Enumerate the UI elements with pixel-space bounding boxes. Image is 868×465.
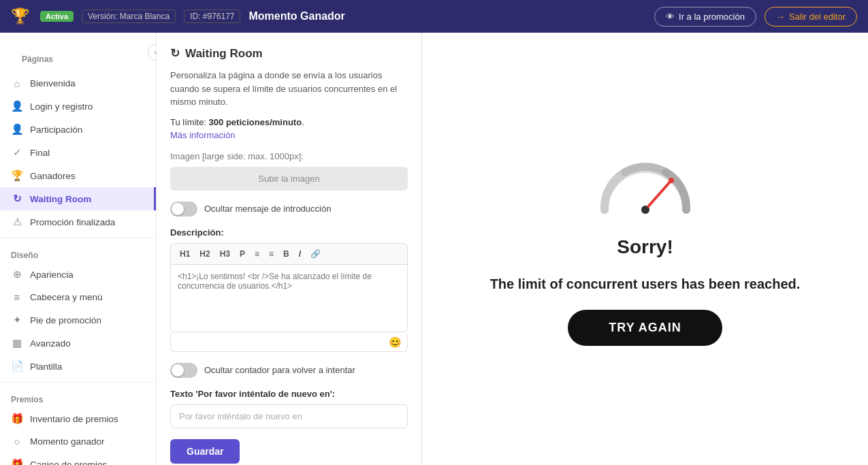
- app-title: Momento Ganador: [248, 10, 646, 22]
- sidebar-collapse-button[interactable]: ‹: [148, 44, 157, 61]
- sidebar-item-login[interactable]: 👤 Login y registro: [0, 95, 156, 118]
- toolbar-p[interactable]: P: [236, 248, 248, 260]
- topbar: 🏆 Activa Versión: Marca Blanca ID: #9761…: [0, 0, 868, 33]
- trophy-icon: 🏆: [11, 7, 29, 25]
- eye-icon: 👁: [666, 12, 675, 22]
- waiting-room-title-icon: ↻: [170, 46, 180, 61]
- sidebar-item-momento-ganador[interactable]: ○ Momento ganador: [0, 430, 156, 453]
- emoji-button[interactable]: 😊: [389, 336, 402, 349]
- sidebar-divider-1: [0, 238, 156, 238]
- sidebar-item-waiting-room[interactable]: ↻ Waiting Room: [0, 187, 156, 210]
- sidebar-design-header: Diseño: [0, 242, 156, 263]
- sidebar-pages-header: Páginas ‹: [0, 33, 156, 72]
- sidebar-label: Login y registro: [30, 101, 93, 112]
- svg-line-2: [645, 180, 671, 210]
- more-info-link[interactable]: Más información: [170, 130, 408, 140]
- section-premios-title: Premios: [11, 395, 43, 404]
- main-content: ↻ Waiting Room Personaliza la página a d…: [157, 33, 868, 465]
- editor-panel: ↻ Waiting Room Personaliza la página a d…: [157, 33, 422, 465]
- section-design-title: Diseño: [11, 251, 38, 260]
- preview-limit-text: The limit of concurrent users has been r…: [490, 274, 801, 293]
- menu-icon: ≡: [11, 291, 23, 303]
- retry-text-label: Texto 'Por favor inténtalo de nuevo en':: [170, 389, 408, 399]
- sidebar-label: Plantilla: [30, 362, 62, 372]
- sidebar-item-pie[interactable]: ✦ Pie de promoción: [0, 308, 156, 332]
- badge-activa: Activa: [40, 11, 74, 22]
- upload-image-button[interactable]: Subir la imagen: [170, 167, 408, 191]
- toolbar-ol[interactable]: ≡: [266, 248, 277, 260]
- toggle-row-2: Ocultar contador para volver a intentar: [170, 363, 408, 378]
- warning-icon: ⚠: [11, 216, 23, 228]
- circle-icon: ○: [11, 436, 23, 447]
- toggle-row-1: Ocultar mensaje de introducción: [170, 202, 408, 217]
- sidebar-item-wrapper-bienvenida: ⌂ Bienvenida: [0, 72, 156, 95]
- trophy-icon: 🏆: [11, 170, 23, 182]
- editor-panel-title: ↻ Waiting Room: [170, 46, 408, 61]
- sidebar-item-avanzado[interactable]: ▦ Avanzado: [0, 332, 156, 355]
- sidebar: Páginas ‹ ⌂ Bienvenida 👤 Login y registr…: [0, 33, 157, 465]
- sidebar-item-plantilla[interactable]: 📄 Plantilla: [0, 355, 156, 378]
- go-to-promotion-button[interactable]: 👁 Ir a la promoción: [654, 7, 756, 27]
- toolbar-link[interactable]: 🔗: [307, 248, 324, 260]
- toolbar-h3[interactable]: H3: [216, 248, 234, 260]
- toolbar-italic[interactable]: I: [295, 248, 304, 260]
- toggle-label-2: Ocultar contador para volver a intentar: [204, 365, 355, 375]
- retry-text-input[interactable]: [170, 404, 408, 428]
- toggle-hide-intro[interactable]: [170, 202, 197, 217]
- sidebar-label: Apariencia: [30, 270, 74, 280]
- gift2-icon: 🎁: [11, 458, 23, 465]
- check-icon: ✓: [11, 146, 23, 159]
- sidebar-label: Pie de promoción: [30, 315, 101, 325]
- waiting-room-icon: ↻: [11, 193, 23, 205]
- sidebar-label: Participación: [30, 125, 82, 135]
- sidebar-item-apariencia[interactable]: ⊕ Apariencia: [0, 263, 156, 286]
- toolbar-h2[interactable]: H2: [196, 248, 213, 260]
- description-label: Descripción:: [170, 227, 408, 238]
- try-again-button[interactable]: TRY AGAIN: [568, 310, 722, 346]
- sidebar-label: Promoción finalizada: [30, 217, 115, 227]
- sidebar-item-canjeo[interactable]: 🎁 Canjeo de premios: [0, 453, 156, 465]
- image-label: Imagen [large side: max. 1000px]:: [170, 151, 408, 161]
- user-icon: 👤: [11, 123, 23, 135]
- editor-limit-text: Tu límite: 300 peticiones/minuto.: [170, 117, 408, 127]
- sidebar-item-inventario[interactable]: 🎁 Inventario de premios: [0, 407, 156, 430]
- sidebar-label: Inventario de premios: [30, 414, 118, 424]
- preview-panel: Sorry! The limit of concurrent users has…: [422, 33, 868, 465]
- sidebar-item-cabecera[interactable]: ≡ Cabecera y menú: [0, 286, 156, 308]
- sidebar-item-final[interactable]: ✓ Final: [0, 141, 156, 164]
- user-icon: 👤: [11, 100, 23, 112]
- toolbar-h1[interactable]: H1: [176, 248, 193, 260]
- toggle-hide-counter[interactable]: [170, 363, 197, 378]
- template-icon: 📄: [11, 360, 23, 372]
- sidebar-item-promocion-finalizada[interactable]: ⚠ Promoción finalizada: [0, 210, 156, 234]
- editor-description: Personaliza la página a donde se envía a…: [170, 69, 408, 109]
- sidebar-label: Waiting Room: [30, 194, 91, 204]
- sidebar-item-participacion[interactable]: 👤 Participación: [0, 118, 156, 141]
- sidebar-item-bienvenida[interactable]: ⌂ Bienvenida: [0, 72, 156, 95]
- sidebar-label: Canjeo de premios: [30, 460, 107, 466]
- rich-text-toolbar: H1 H2 H3 P ≡ ≡ B I 🔗: [170, 243, 408, 264]
- sidebar-premios-header: Premios: [0, 387, 156, 407]
- app-layout: Páginas ‹ ⌂ Bienvenida 👤 Login y registr…: [0, 33, 868, 465]
- exit-icon: →: [776, 12, 785, 22]
- pie-icon: ✦: [11, 314, 23, 326]
- svg-point-4: [642, 206, 649, 213]
- toolbar-bold[interactable]: B: [280, 248, 293, 260]
- sidebar-label: Final: [30, 148, 50, 158]
- speedometer-graphic: [591, 152, 700, 220]
- sidebar-label: Momento ganador: [30, 436, 105, 447]
- exit-editor-button[interactable]: → Salir del editor: [765, 7, 857, 27]
- sidebar-label: Bienvenida: [30, 78, 76, 89]
- svg-point-3: [669, 178, 674, 183]
- badge-id: ID: #976177: [184, 10, 240, 23]
- gift-icon: 🎁: [11, 413, 23, 425]
- sidebar-label: Avanzado: [30, 338, 71, 349]
- home-icon: ⌂: [11, 78, 23, 89]
- sidebar-item-ganadores[interactable]: 🏆 Ganadores: [0, 164, 156, 187]
- appearance-icon: ⊕: [11, 268, 23, 280]
- save-button[interactable]: Guardar: [170, 439, 240, 464]
- sidebar-label: Cabecera y menú: [30, 292, 103, 302]
- toolbar-ul[interactable]: ≡: [251, 248, 263, 260]
- preview-content: Sorry! The limit of concurrent users has…: [463, 125, 828, 373]
- description-textarea[interactable]: [170, 264, 408, 332]
